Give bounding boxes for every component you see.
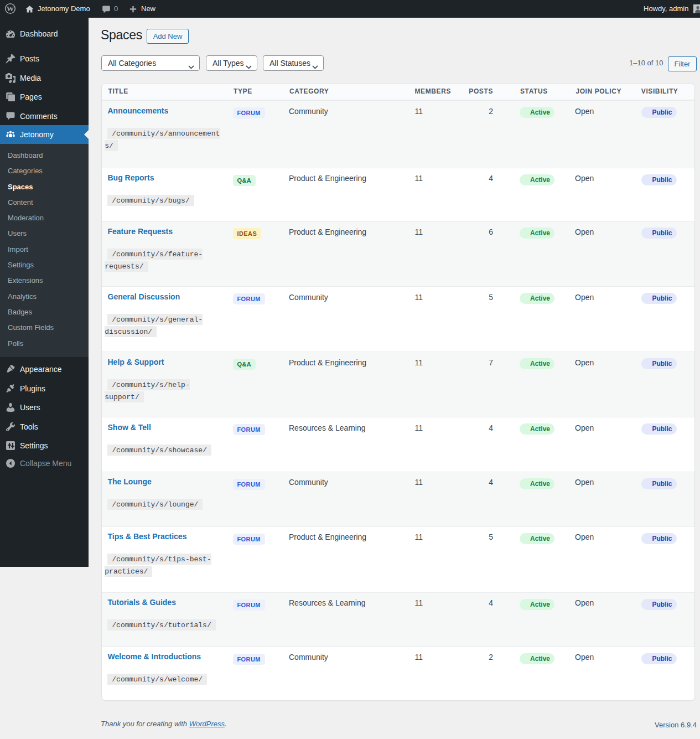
svg-text:W: W	[7, 4, 14, 13]
